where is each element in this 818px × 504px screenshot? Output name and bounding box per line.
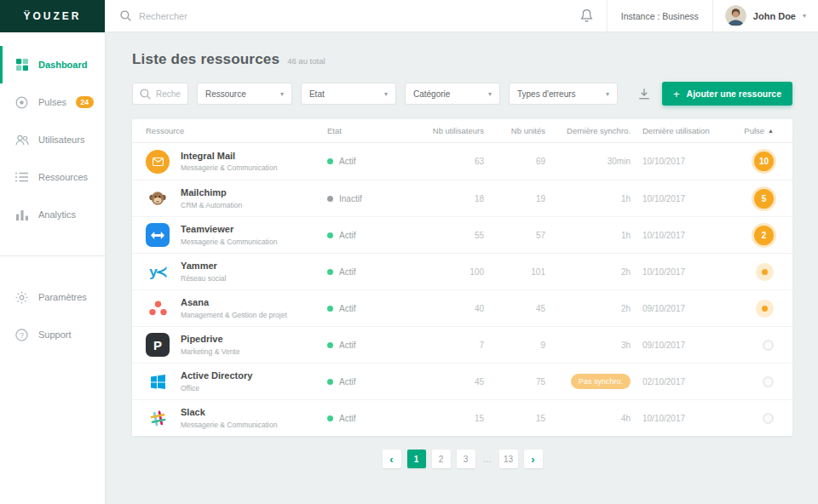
resource-text: MailchimpCRM & Automation [181, 187, 242, 209]
last-sync-cell: 30min [545, 157, 631, 166]
state-cell: Actif [327, 341, 406, 350]
sidebar-item-analytics[interactable]: Analytics [0, 196, 105, 233]
resource-category: Management & Gestion de projet [181, 311, 287, 319]
resource-category: Office [181, 384, 252, 392]
status-dot [327, 306, 333, 312]
last-sync-cell: 1h [545, 194, 631, 203]
sidebar-item-dashboard[interactable]: Dashboard [0, 46, 105, 83]
filter-dropdown-ressource[interactable]: Ressource▾ [197, 83, 292, 105]
user-menu[interactable]: John Doe ▾ [713, 5, 818, 26]
resource-cell: TeamviewerMessagerie & Communication [146, 223, 327, 247]
resource-row[interactable]: y≺YammerRéseau socialActif1001012h10/10/… [132, 253, 792, 289]
sidebar-item-pulses[interactable]: Pulses24 [0, 83, 105, 121]
teamviewer-icon [146, 223, 170, 247]
search-icon [140, 89, 151, 100]
pulse-cell [731, 263, 779, 281]
add-resource-button[interactable]: + Ajouter une ressource [662, 82, 792, 106]
pipedrive-icon: P [146, 333, 170, 357]
chevron-down-icon: ▾ [606, 90, 609, 98]
asana-dots-icon [146, 296, 170, 320]
resources-table-card: RessourceEtatNb utilisateursNb unitésDer… [132, 119, 792, 436]
column-header-res: Ressource [146, 126, 327, 135]
units-count: 19 [484, 194, 545, 203]
global-search[interactable] [120, 10, 567, 21]
pagination-page-13[interactable]: 13 [499, 450, 518, 468]
pagination-next[interactable]: › [524, 450, 543, 468]
pulse-empty-circle [763, 376, 774, 387]
global-search-input[interactable] [139, 11, 567, 21]
status-dot [327, 196, 333, 202]
column-header-pulse[interactable]: Pulse▲ [731, 126, 779, 135]
notifications-bell-icon[interactable] [567, 9, 607, 23]
pagination-page-3[interactable]: 3 [457, 450, 475, 468]
pagination-prev[interactable]: ‹ [383, 450, 401, 468]
brand-logo[interactable]: ŸOUZER [0, 0, 105, 32]
pulse-empty-circle [763, 413, 774, 424]
resource-row[interactable]: AsanaManagement & Gestion de projetActif… [132, 289, 792, 326]
resource-row[interactable]: PPipedriveMarketing & VenteActif793h09/1… [132, 326, 792, 363]
user-name: John Doe [753, 11, 796, 21]
sidebar-item-label: Analytics [38, 209, 76, 220]
sidebar-item-parametres[interactable]: Paramètres [0, 278, 105, 316]
sidebar-item-support[interactable]: ?Support [0, 316, 105, 353]
pulses-count-badge: 24 [76, 96, 93, 108]
resource-cell: SlackMessagerie & Communication [146, 406, 327, 430]
filter-search[interactable] [132, 83, 188, 105]
last-sync-value: 2h [621, 267, 631, 277]
pulse-dot [756, 263, 774, 281]
resource-name: Slack [181, 407, 277, 418]
pulse-empty-circle [763, 340, 774, 351]
chevron-down-icon: ▾ [803, 12, 806, 20]
page-title: Liste des ressources [132, 51, 279, 68]
sidebar-item-ressources[interactable]: Ressources [0, 158, 105, 196]
page-header: Liste des ressources 46 au total [132, 51, 792, 68]
pagination: ‹123…13› [132, 450, 792, 468]
sidebar-item-label: Ressources [38, 172, 88, 182]
svg-text:?: ? [20, 330, 24, 339]
resource-row[interactable]: TeamviewerMessagerie & CommunicationActi… [132, 216, 792, 253]
resource-cell: MailchimpCRM & Automation [146, 186, 327, 210]
download-button[interactable] [635, 84, 654, 103]
chevron-right-icon: › [531, 453, 534, 466]
pagination-page-1[interactable]: 1 [407, 450, 426, 468]
column-header-label: Nb unités [511, 126, 545, 135]
pulse-dot-inner [762, 269, 768, 275]
topbar-right: Instance : Business John Doe ▾ [567, 0, 818, 32]
resource-name: Active Directory [181, 370, 252, 381]
users-count: 45 [406, 377, 484, 387]
resource-row[interactable]: SlackMessagerie & CommunicationActif1515… [132, 399, 792, 436]
chevron-down-icon: ▾ [488, 90, 492, 98]
units-count: 69 [484, 157, 545, 166]
plus-icon: + [673, 88, 680, 100]
chevron-left-icon: ‹ [389, 453, 393, 466]
filter-search-input[interactable] [156, 89, 181, 99]
resource-row[interactable]: Integral MailMessagerie & CommunicationA… [132, 143, 792, 180]
dropdown-selected-value: Etat [309, 89, 325, 99]
sidebar-item-utilisateurs[interactable]: Utilisateurs [0, 121, 105, 158]
resource-row[interactable]: MailchimpCRM & AutomationInactif18191h10… [132, 180, 792, 216]
integral-mail-envelope-icon [146, 150, 170, 174]
bar-chart-icon [14, 209, 29, 220]
units-count: 75 [484, 377, 545, 387]
resource-row[interactable]: Active DirectoryOfficeActif4575Pas synch… [132, 363, 792, 399]
status-label: Actif [339, 414, 355, 423]
total-count: 46 au total [287, 56, 325, 66]
status-dot [327, 269, 333, 275]
pulse-score-badge: 10 [754, 152, 774, 171]
resource-category: Messagerie & Communication [181, 421, 277, 429]
units-count: 9 [484, 341, 545, 350]
last-use-date: 10/10/2017 [631, 157, 731, 166]
resource-text: PipedriveMarketing & Vente [181, 334, 239, 355]
brand-logo-text: ŸOUZER [23, 10, 81, 22]
column-header-label: Dernière synchro. [567, 126, 631, 135]
column-header-label: Etat [327, 126, 342, 135]
filter-dropdown-etat[interactable]: Etat▾ [301, 83, 396, 105]
last-use-date: 10/10/2017 [631, 231, 731, 240]
chevron-down-icon: ▾ [280, 90, 284, 98]
mailchimp-monkey-icon [146, 186, 170, 210]
status-label: Actif [339, 231, 355, 240]
filter-dropdown-types-erreurs[interactable]: Types d'erreurs▾ [509, 83, 618, 105]
status-label: Actif [339, 157, 355, 166]
pagination-page-2[interactable]: 2 [432, 450, 451, 468]
filter-dropdown-categorie[interactable]: Catégorie▾ [405, 83, 500, 105]
